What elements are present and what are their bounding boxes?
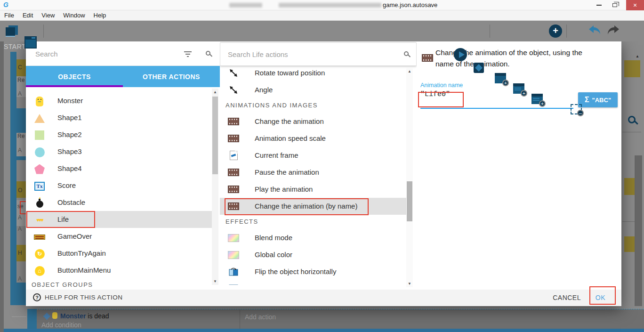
scene-editor-icon[interactable] — [24, 36, 37, 49]
actions-search-input[interactable] — [228, 49, 393, 60]
add-condition-link[interactable]: Add condition — [41, 321, 81, 329]
debugger-icon[interactable] — [474, 63, 484, 73]
rainbow-icon — [227, 233, 240, 243]
monster-mini-icon — [52, 312, 57, 319]
abc-label: "ABC" — [592, 97, 612, 104]
event-row-monster-dead[interactable]: Monster is dead Add condition Add action — [37, 309, 644, 329]
tab-objects[interactable]: OBJECTS — [26, 66, 123, 87]
close-button[interactable]: × — [626, 0, 644, 10]
annotation-box-change-animation-by-name — [225, 198, 369, 215]
undo-icon[interactable] — [588, 24, 602, 38]
object-item-shape1[interactable]: Shape1 — [26, 109, 212, 126]
scroll-up-icon[interactable]: ▲ — [212, 90, 218, 94]
object-item-score[interactable]: Tx Score — [26, 177, 212, 194]
sigma-icon: Σ — [585, 96, 589, 104]
object-item-shape2[interactable]: Shape2 — [26, 126, 212, 143]
film-strip-icon — [227, 133, 240, 144]
menu-window[interactable]: Window — [59, 10, 89, 21]
action-item-change-animation[interactable]: Change the animation — [220, 113, 406, 130]
cancel-button[interactable]: CANCEL — [553, 294, 581, 301]
search-icon[interactable] — [404, 51, 409, 56]
monster-icon — [33, 96, 46, 107]
annotation-box-animation-name-value — [418, 92, 464, 107]
banner-icon — [33, 231, 46, 243]
action-item-angle[interactable]: Angle — [220, 81, 406, 98]
add-subevent-icon[interactable]: + — [513, 83, 524, 94]
scroll-up-icon[interactable]: ▲ — [406, 69, 413, 73]
redo-icon[interactable] — [606, 24, 620, 38]
effects-header: EFFECTS — [225, 218, 258, 225]
toolbar-separator — [566, 24, 567, 38]
events-sheet-bottom: Monster is dead Add condition Add action — [0, 306, 644, 332]
action-item-global-color[interactable]: Global color — [220, 246, 406, 263]
circle-icon — [33, 146, 46, 158]
objects-scrollbar[interactable]: ▲ ▼ — [212, 89, 218, 285]
window-title: game.json.autosave — [383, 1, 437, 8]
diagonal-arrow-icon — [227, 68, 240, 78]
gdevelop-window: G game.json.autosave × File Edit View Wi… — [0, 0, 644, 332]
actions-scrollbar[interactable]: ▲ ▼ — [406, 68, 413, 287]
menu-file[interactable]: File — [0, 10, 18, 21]
help-icon: ? — [33, 293, 41, 301]
rainbow-icon — [227, 250, 240, 260]
object-item-gameover[interactable]: GameOver — [26, 228, 212, 245]
objects-search-input[interactable] — [35, 48, 191, 59]
scroll-down-icon[interactable]: ▼ — [406, 282, 413, 286]
menu-edit[interactable]: Edit — [18, 10, 37, 21]
flip-horizontal-icon — [227, 267, 240, 277]
action-item-blend-mode[interactable]: Blend mode — [220, 229, 406, 246]
minimize-button[interactable] — [592, 0, 605, 10]
gdevelop-logo-icon: G — [3, 1, 8, 8]
search-events-icon[interactable] — [628, 116, 636, 123]
tab-other-actions[interactable]: OTHER ACTIONS — [123, 66, 220, 87]
conditions-cell[interactable]: Monster is dead Add condition — [37, 309, 240, 329]
animations-images-header: ANIMATIONS AND IMAGES — [225, 102, 318, 109]
menu-view[interactable]: View — [37, 10, 59, 21]
action-item-rotate-toward-position[interactable]: Rotate toward position — [220, 65, 406, 81]
plus-badge-icon: + — [502, 80, 509, 86]
add-event-icon[interactable]: + — [495, 73, 506, 83]
delete-event-icon[interactable]: – — [571, 104, 582, 114]
scrollbar-thumb[interactable] — [212, 97, 218, 174]
dialog-footer: ? HELP FOR THIS ACTION CANCEL OK — [26, 290, 621, 306]
add-more-icon[interactable]: + — [549, 24, 562, 38]
filter-icon[interactable] — [184, 51, 192, 57]
action-item-flip-vertically[interactable]: Flip the object vertically — [220, 280, 406, 285]
restart-button-icon: ↻ — [33, 248, 46, 259]
restore-button[interactable] — [608, 0, 621, 10]
project-manager-icon[interactable] — [6, 25, 18, 37]
search-icon[interactable] — [206, 51, 210, 56]
object-item-obstacle[interactable]: Obstacle — [26, 194, 212, 211]
object-item-buttonmainmenu[interactable]: ⌂ ButtonMainMenu — [26, 262, 212, 279]
action-item-pause-animation[interactable]: Pause the animation — [220, 164, 406, 181]
action-item-current-frame[interactable]: Current frame — [220, 147, 406, 164]
text-object-icon: Tx — [33, 180, 46, 192]
help-for-this-action-link[interactable]: ? HELP FOR THIS ACTION — [33, 293, 123, 301]
active-tab-indicator — [26, 85, 123, 87]
gear-icon — [44, 314, 49, 319]
action-item-play-animation[interactable]: Play the animation — [220, 181, 406, 198]
action-item-animation-speed-scale[interactable]: Animation speed scale — [220, 130, 406, 147]
object-item-buttontryagain[interactable]: ↻ ButtonTryAgain — [26, 245, 212, 262]
home-button-icon: ⌂ — [33, 265, 46, 276]
scrollbar-thumb[interactable] — [407, 181, 412, 221]
film-strip-icon — [421, 53, 434, 63]
minus-badge-icon: – — [577, 110, 584, 116]
add-action-link[interactable]: Add action — [245, 313, 276, 321]
menu-help[interactable]: Help — [89, 10, 111, 21]
preview-play-icon[interactable] — [454, 48, 467, 61]
redacted-title-path — [279, 3, 381, 8]
add-comment-icon[interactable]: + — [531, 94, 543, 104]
action-item-flip-horizontally[interactable]: Flip the object horizontally — [220, 263, 406, 280]
object-groups-header: OBJECT GROUPS — [32, 281, 93, 288]
close-icon: × — [633, 1, 637, 9]
expression-editor-button[interactable]: Σ "ABC" — [578, 92, 618, 107]
pentagon-icon — [33, 163, 46, 175]
scroll-down-icon[interactable]: ▼ — [212, 279, 218, 283]
object-item-monster[interactable]: Monster — [26, 92, 212, 109]
background-scrollbar[interactable] — [635, 155, 642, 332]
object-item-shape4[interactable]: Shape4 — [26, 160, 212, 177]
plus-badge-icon: + — [521, 90, 527, 97]
input-underline — [420, 108, 573, 109]
object-item-shape3[interactable]: Shape3 — [26, 143, 212, 160]
